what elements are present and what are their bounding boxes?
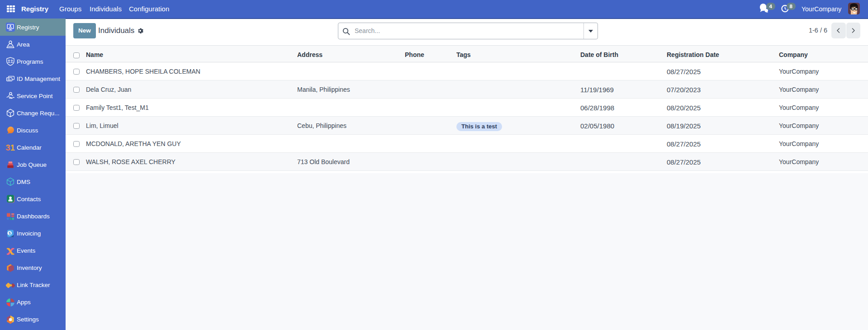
svg-text:1: 1 [10,143,15,152]
svg-text:$: $ [9,231,11,236]
svg-text:3: 3 [6,143,10,152]
